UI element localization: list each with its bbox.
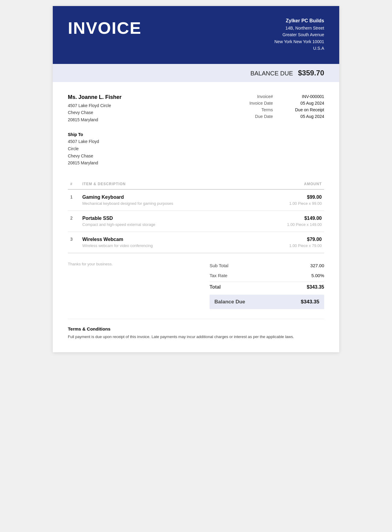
bill-to-name: Ms. Joanne L. Fisher [68,94,122,100]
item-number: 3 [68,232,80,253]
total-row: Total $343.35 [210,282,324,292]
subtotal-label: Sub Total [210,263,228,268]
ship-to-addr3: Chevy Chase [68,153,122,160]
ship-to-addr4: 20815 Maryland [68,160,122,167]
item-price: $149.00 [255,216,322,221]
tax-rate-value: 5.00% [311,273,324,278]
balance-due-label-footer: Balance Due [214,299,245,305]
item-details: Gaming Keyboard Mechanical keyboard desi… [80,189,253,211]
item-number: 2 [68,211,80,232]
balance-due-amount: $359.70 [298,69,324,77]
items-table: # ITEM & DESCRIPTION AMOUNT 1 Gaming Key… [68,179,324,253]
total-value: $343.35 [307,284,324,290]
invoice-number-value: INV-000001 [279,94,324,99]
invoice-title: INVOICE [68,18,141,38]
invoice-number-label: Invoice# [228,94,273,99]
bill-to-address: 4507 Lake Floyd Circle Chevy Chase 20815… [68,102,122,124]
item-details: Portable SSD Compact and high-speed exte… [80,211,253,232]
invoice-container: INVOICE Zylker PC Builds 14B, Northern S… [53,6,339,352]
table-row: 1 Gaming Keyboard Mechanical keyboard de… [68,189,324,211]
thanks-note: Thanks for your business. [68,261,113,266]
company-address: 14B, Northern Street Greater South Avenu… [274,25,324,52]
due-date-label: Due Date [228,114,273,119]
invoice-date-value: 05 Aug 2024 [279,101,324,106]
item-description: Mechanical keyboard designed for gaming … [82,201,250,206]
terms-title: Terms & Conditions [68,326,324,331]
balance-due-label: BALANCE DUE [250,70,293,77]
terms-text: Full payment is due upon receipt of this… [68,334,324,340]
balance-due-bar: BALANCE DUE $359.70 [53,64,339,82]
bill-to-addr3: 20815 Maryland [68,116,122,124]
bill-to-section: Ms. Joanne L. Fisher 4507 Lake Floyd Cir… [68,94,122,167]
bill-to: Ms. Joanne L. Fisher 4507 Lake Floyd Cir… [68,94,122,124]
item-amount: $149.00 1.00 Piece x 149.00 [253,211,324,232]
company-info: Zylker PC Builds 14B, Northern Street Gr… [274,18,324,52]
company-name: Zylker PC Builds [274,18,324,24]
invoice-details: Invoice# INV-000001 Invoice Date 05 Aug … [228,94,324,167]
subtotal-value: 327.00 [310,263,324,268]
company-address-line2: Greater South Avenue [274,31,324,38]
item-number: 1 [68,189,80,211]
item-qty-detail: 1.00 Piece x 99.00 [255,201,322,206]
totals-table: Sub Total 327.00 Tax Rate 5.00% Total $3… [210,261,324,309]
terms-section: Terms & Conditions Full payment is due u… [68,319,324,340]
total-label: Total [210,284,221,290]
totals-section: Thanks for your business. Sub Total 327.… [68,253,324,309]
company-address-line3: New York New York 10001 [274,38,324,45]
terms-value: Due on Receipt [279,107,324,112]
invoice-date-label: Invoice Date [228,101,273,106]
item-name: Gaming Keyboard [82,195,250,200]
item-name: Portable SSD [82,216,250,221]
tax-rate-row: Tax Rate 5.00% [210,271,324,280]
ship-to-section: Ship To 4507 Lake Floyd Circle Chevy Cha… [68,132,122,167]
balance-row: Balance Due $343.35 [210,295,324,309]
terms-label: Terms [228,107,273,112]
item-amount: $79.00 1.00 Piece x 79.00 [253,232,324,253]
ship-to-addr2: Circle [68,145,122,153]
item-description: Wireless webcam for video conferencing [82,243,250,248]
table-row: 2 Portable SSD Compact and high-speed ex… [68,211,324,232]
company-address-line1: 14B, Northern Street [274,25,324,31]
item-amount: $99.00 1.00 Piece x 99.00 [253,189,324,211]
subtotal-row: Sub Total 327.00 [210,261,324,271]
company-address-line4: U.S.A [274,45,324,52]
invoice-body: Ms. Joanne L. Fisher 4507 Lake Floyd Cir… [53,82,339,352]
ship-to-label: Ship To [68,132,122,137]
col-item: ITEM & DESCRIPTION [80,179,253,189]
tax-rate-label: Tax Rate [210,273,227,278]
item-description: Compact and high-speed external storage [82,222,250,227]
table-row: 3 Wireless Webcam Wireless webcam for vi… [68,232,324,253]
due-date-value: 05 Aug 2024 [279,114,324,119]
bill-to-addr2: Chevy Chase [68,109,122,116]
bill-to-addr1: 4507 Lake Floyd Circle [68,102,122,109]
invoice-header: INVOICE Zylker PC Builds 14B, Northern S… [53,6,339,64]
col-amount: AMOUNT [253,179,324,189]
item-name: Wireless Webcam [82,237,250,242]
item-qty-detail: 1.00 Piece x 79.00 [255,243,322,248]
item-qty-detail: 1.00 Piece x 149.00 [255,222,322,227]
ship-to-address: 4507 Lake Floyd Circle Chevy Chase 20815… [68,138,122,167]
col-number: # [68,179,80,189]
item-details: Wireless Webcam Wireless webcam for vide… [80,232,253,253]
ship-to-addr1: 4507 Lake Floyd [68,138,122,145]
item-price: $99.00 [255,195,322,200]
item-price: $79.00 [255,237,322,242]
balance-due-value-footer: $343.35 [301,299,319,305]
info-section: Ms. Joanne L. Fisher 4507 Lake Floyd Cir… [68,94,324,167]
